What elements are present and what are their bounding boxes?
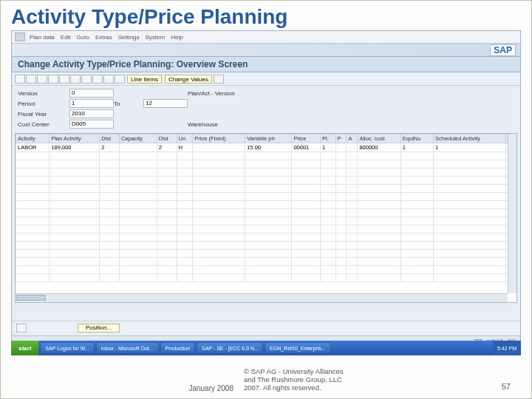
- cell[interactable]: [347, 233, 358, 242]
- cell[interactable]: [358, 168, 400, 177]
- cell[interactable]: [193, 193, 245, 201]
- btn-change-values[interactable]: Change Values: [165, 75, 212, 83]
- cell[interactable]: [245, 274, 292, 282]
- cell[interactable]: [157, 266, 177, 274]
- cell[interactable]: [320, 201, 335, 209]
- cell[interactable]: [433, 274, 505, 282]
- cell[interactable]: [119, 274, 157, 282]
- cell[interactable]: [16, 233, 50, 242]
- cell[interactable]: [358, 217, 400, 225]
- cell[interactable]: [400, 274, 433, 282]
- cell[interactable]: [177, 168, 193, 177]
- cell[interactable]: [50, 168, 100, 177]
- task-item[interactable]: SAP - SE - [ECC 6.0 N...: [197, 342, 263, 354]
- cell[interactable]: [347, 250, 358, 258]
- cell[interactable]: [193, 225, 245, 233]
- task-item[interactable]: Inbox - Microsoft Out...: [96, 342, 159, 354]
- cell[interactable]: [292, 225, 321, 233]
- vscrollbar[interactable]: [508, 134, 516, 293]
- menu-system[interactable]: System: [146, 34, 166, 41]
- cell[interactable]: [400, 152, 433, 160]
- cell[interactable]: [193, 201, 245, 209]
- cell[interactable]: 2: [157, 143, 177, 152]
- cell[interactable]: [292, 274, 321, 282]
- cell[interactable]: [335, 242, 347, 250]
- menu-settings[interactable]: Settings: [118, 34, 140, 41]
- cell[interactable]: [50, 225, 100, 233]
- cell[interactable]: [50, 233, 100, 242]
- cell[interactable]: [100, 217, 120, 225]
- cell[interactable]: [157, 152, 177, 160]
- cell[interactable]: [320, 242, 335, 250]
- cell[interactable]: [358, 177, 400, 185]
- cell[interactable]: [50, 258, 100, 266]
- cell[interactable]: [335, 152, 347, 160]
- cell[interactable]: [433, 258, 505, 266]
- tb-excel-icon[interactable]: [115, 75, 125, 83]
- cell[interactable]: [335, 217, 347, 225]
- cell[interactable]: [100, 258, 120, 266]
- table-row[interactable]: [16, 242, 516, 250]
- cell[interactable]: [320, 258, 335, 266]
- table-row[interactable]: [16, 233, 516, 242]
- cell[interactable]: LABOR: [16, 143, 50, 152]
- cell[interactable]: [119, 266, 157, 274]
- cell[interactable]: [100, 168, 120, 177]
- tb-more-icon[interactable]: [214, 75, 224, 83]
- cell[interactable]: [177, 185, 193, 193]
- cell[interactable]: [347, 274, 358, 282]
- cell[interactable]: [433, 193, 505, 201]
- cell[interactable]: [16, 185, 50, 193]
- cell[interactable]: [50, 201, 100, 209]
- cell[interactable]: [320, 250, 335, 258]
- table-row[interactable]: [16, 225, 516, 233]
- cell[interactable]: [347, 225, 358, 233]
- cell[interactable]: [245, 193, 292, 201]
- cell[interactable]: [193, 217, 245, 225]
- table-row[interactable]: [16, 160, 516, 168]
- tb-form-icon[interactable]: [103, 75, 114, 83]
- cell[interactable]: [50, 193, 100, 201]
- cell[interactable]: [245, 225, 292, 233]
- cell[interactable]: [358, 185, 400, 193]
- cell[interactable]: [16, 177, 50, 185]
- cell[interactable]: [347, 177, 358, 185]
- cell[interactable]: [50, 160, 100, 168]
- cell[interactable]: [400, 201, 433, 209]
- cell[interactable]: [245, 177, 292, 185]
- cell[interactable]: [16, 209, 50, 217]
- cell[interactable]: [50, 250, 100, 258]
- cell[interactable]: [193, 209, 245, 217]
- cell[interactable]: [358, 274, 400, 282]
- col-header[interactable]: Plan Activity: [50, 134, 100, 143]
- cell[interactable]: [335, 266, 347, 274]
- cell[interactable]: [400, 160, 433, 168]
- cell[interactable]: [50, 274, 100, 282]
- table-row[interactable]: [16, 274, 516, 282]
- cell[interactable]: [292, 160, 321, 168]
- task-item[interactable]: Production: [160, 342, 195, 354]
- cell[interactable]: [177, 193, 193, 201]
- cell[interactable]: [245, 217, 292, 225]
- cell[interactable]: [16, 217, 50, 225]
- cell[interactable]: [292, 233, 321, 242]
- cell[interactable]: [157, 201, 177, 209]
- cell[interactable]: [335, 209, 347, 217]
- cell[interactable]: [193, 168, 245, 177]
- cell[interactable]: [358, 209, 400, 217]
- cell[interactable]: [157, 217, 177, 225]
- cell[interactable]: [16, 201, 50, 209]
- cell[interactable]: [292, 177, 321, 185]
- cell[interactable]: [347, 185, 358, 193]
- cell[interactable]: [347, 266, 358, 274]
- cell[interactable]: [400, 177, 433, 185]
- table-row[interactable]: [16, 217, 516, 225]
- cell[interactable]: [193, 233, 245, 242]
- btn-line-items[interactable]: Line Items: [127, 75, 162, 83]
- cell[interactable]: [177, 258, 193, 266]
- cell[interactable]: [358, 242, 400, 250]
- fld-period-from[interactable]: 1: [69, 99, 114, 108]
- cell[interactable]: [245, 233, 292, 242]
- cell[interactable]: [157, 258, 177, 266]
- cell[interactable]: [335, 185, 347, 193]
